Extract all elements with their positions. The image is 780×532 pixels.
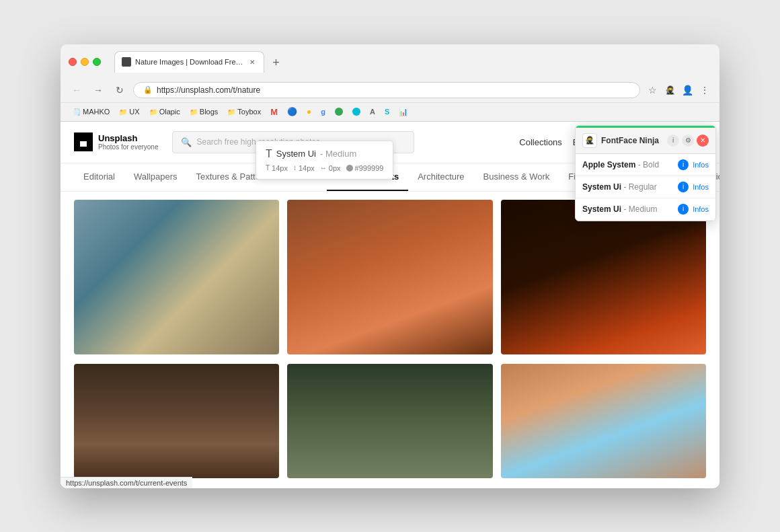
bookmark-s[interactable]: S <box>381 106 393 117</box>
bookmark-table[interactable]: 📊 <box>395 106 412 118</box>
ninja-icon[interactable]: 🥷 <box>663 83 676 97</box>
new-tab-button[interactable]: + <box>267 54 286 73</box>
traffic-lights <box>69 58 101 66</box>
font-infos-btn-3[interactable]: Infos <box>693 205 709 213</box>
font-entry-name-2: System Ui - Regular <box>582 182 674 192</box>
tab-favicon <box>122 57 131 67</box>
font-info-icon-3[interactable]: i <box>678 204 689 215</box>
profile-button[interactable]: 👤 <box>680 83 694 97</box>
font-entry-2: System Ui - Regular i Infos <box>576 176 715 198</box>
fontface-panel: 🥷 FontFace Ninja i ⚙ ✕ Apple System - Bo… <box>575 125 716 221</box>
bookmark-toybox[interactable]: 📁 Toybox <box>223 106 265 117</box>
font-color-detail: #999999 <box>346 164 384 172</box>
photo-cell-6[interactable] <box>501 364 706 478</box>
font-details: T 14px ↕ 14px ↔ 0px #999999 <box>266 164 383 172</box>
tab-bar: Nature Images | Download Fre… ✕ + <box>114 51 711 73</box>
status-url: https://unsplash.com/t/current-events <box>66 479 187 487</box>
fontface-actions: i ⚙ ✕ <box>667 135 709 147</box>
maximize-button[interactable] <box>93 58 101 66</box>
font-t-icon: T <box>266 148 272 160</box>
site-name: Unsplash <box>98 133 159 144</box>
font-entry-name-3: System Ui - Medium <box>582 204 674 214</box>
bookmark-google3[interactable]: g <box>317 106 329 117</box>
url-bar[interactable]: 🔒 https://unsplash.com/t/nature <box>133 82 640 98</box>
font-infos-btn-1[interactable]: Infos <box>693 161 709 169</box>
font-height-detail: ↕ 14px <box>293 164 315 172</box>
photo-grid <box>61 192 719 488</box>
fontface-title: FontFace Ninja <box>601 136 663 145</box>
fontface-info-button[interactable]: i <box>667 135 679 147</box>
bookmark-ux[interactable]: 📁 UX <box>115 106 143 117</box>
browser-window: Nature Images | Download Fre… ✕ + ← → ↻ … <box>61 44 719 488</box>
font-entry-1: Apple System - Bold i Infos <box>576 154 715 176</box>
cat-architecture[interactable]: Architecture <box>408 163 473 191</box>
minimize-button[interactable] <box>81 58 89 66</box>
bookmark-teal[interactable] <box>348 106 364 117</box>
fontface-close-button[interactable]: ✕ <box>697 135 709 147</box>
color-swatch <box>346 165 353 172</box>
spacing-icon: ↔ <box>320 164 327 172</box>
font-entry-name-1: Apple System - Bold <box>582 160 674 169</box>
unsplash-text: Unsplash Photos for everyone <box>98 133 159 151</box>
font-infos-btn-2[interactable]: Infos <box>693 183 709 191</box>
address-bar: ← → ↻ 🔒 https://unsplash.com/t/nature ☆ … <box>61 78 719 102</box>
cat-business-work[interactable]: Business & Work <box>474 163 559 191</box>
photo-cell-2[interactable] <box>287 200 492 354</box>
font-spacing-detail: ↔ 0px <box>320 164 341 172</box>
tab-close-button[interactable]: ✕ <box>247 57 257 67</box>
font-size-detail: T 14px <box>266 164 288 172</box>
active-tab[interactable]: Nature Images | Download Fre… ✕ <box>114 51 264 73</box>
photo-cell-5[interactable] <box>287 364 492 478</box>
bookmark-olapic[interactable]: 📁 Olapic <box>145 106 184 117</box>
height-icon: ↕ <box>293 164 297 172</box>
bookmark-google1[interactable]: 🔵 <box>283 106 301 118</box>
cat-editorial[interactable]: Editorial <box>74 163 124 191</box>
photo-cell-3[interactable] <box>501 200 706 354</box>
status-bar: https://unsplash.com/t/current-events <box>61 477 192 488</box>
fontface-header: 🥷 FontFace Ninja i ⚙ ✕ <box>576 128 715 154</box>
unsplash-logo[interactable]: Unsplash Photos for everyone <box>74 132 159 151</box>
font-weight-label: - Medium <box>320 149 356 159</box>
unsplash-icon <box>74 132 93 151</box>
site-tagline: Photos for everyone <box>98 143 159 151</box>
forward-button[interactable]: → <box>90 82 106 98</box>
photo-cell-4[interactable] <box>74 364 279 478</box>
font-entry-3: System Ui - Medium i Infos <box>576 198 715 221</box>
lock-icon: 🔒 <box>143 85 153 94</box>
bookmark-google2[interactable]: ● <box>303 106 315 118</box>
collections-link[interactable]: Collections <box>519 137 562 147</box>
font-tooltip-title: T System Ui - Medium <box>266 148 383 160</box>
fontface-logo: 🥷 <box>582 133 597 148</box>
close-button[interactable] <box>69 58 77 66</box>
search-icon: 🔍 <box>181 137 192 147</box>
font-info-icon-1[interactable]: i <box>678 159 689 170</box>
cat-wallpapers[interactable]: Wallpapers <box>124 163 187 191</box>
titlebar: Nature Images | Download Fre… ✕ + <box>61 44 719 78</box>
fontface-settings-button[interactable]: ⚙ <box>682 135 694 147</box>
browser-chrome: Nature Images | Download Fre… ✕ + ← → ↻ … <box>61 44 719 122</box>
tab-title: Nature Images | Download Fre… <box>135 58 243 66</box>
url-text: https://unsplash.com/t/nature <box>157 85 260 95</box>
refresh-button[interactable]: ↻ <box>112 82 128 98</box>
bookmark-mahko[interactable]: 🗒️ MAHKO <box>69 106 114 117</box>
bookmark-a[interactable]: A <box>366 106 379 117</box>
size-icon: T <box>266 164 270 172</box>
bookmark-gmail[interactable]: M <box>266 106 282 118</box>
bookmark-green[interactable] <box>331 106 347 117</box>
star-button[interactable]: ☆ <box>646 83 659 97</box>
bookmark-blogs[interactable]: 📁 Blogs <box>186 106 223 117</box>
address-actions: ☆ 🥷 👤 ⋮ <box>646 83 711 97</box>
font-name: System Ui <box>276 149 316 159</box>
photo-cell-1[interactable] <box>74 200 279 354</box>
font-info-icon-2[interactable]: i <box>678 182 689 192</box>
back-button[interactable]: ← <box>69 82 85 98</box>
bookmarks-bar: 🗒️ MAHKO 📁 UX 📁 Olapic 📁 Blogs 📁 Toybox … <box>61 102 719 121</box>
site-content: Unsplash Photos for everyone 🔍 Search fr… <box>61 122 719 488</box>
font-tooltip: T System Ui - Medium T 14px ↕ 14px ↔ 0px <box>256 141 393 180</box>
menu-button[interactable]: ⋮ <box>698 83 711 97</box>
